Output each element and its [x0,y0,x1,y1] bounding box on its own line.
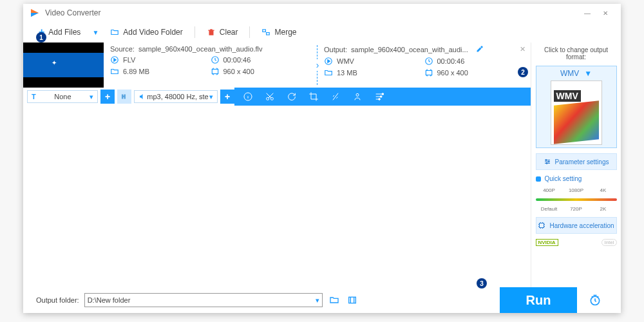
out-resolution: 960 x 400 [437,69,468,77]
svg-point-17 [379,99,381,100]
adjust-icon[interactable] [374,91,385,102]
clip-tool-strip: T None ▾ + H mp3, 48000 Hz, ste ▾ + [23,88,531,106]
svg-point-18 [380,96,382,98]
add-audio-button[interactable]: + [220,90,234,104]
remove-clip-button[interactable]: ✕ [520,45,526,53]
cut-icon[interactable] [264,91,276,102]
output-label: Output: [324,46,347,53]
parameter-settings-button[interactable]: Parameter settings [536,153,617,170]
clip-row: ✦ Source: sample_960x400_ocean_with_audi… [23,43,531,88]
svg-text:H: H [122,94,126,100]
output-folder-path: D:\New folder [88,296,131,304]
source-filename: sample_960x400_ocean_with_audio.flv [138,45,263,53]
callout-3: 3 [477,278,487,289]
add-files-dropdown[interactable]: ▼ [90,29,101,36]
app-logo-icon [30,8,40,18]
clear-button[interactable]: Clear [204,26,241,38]
merge-label: Merge [274,28,296,37]
output-info: ✕ Output: sample_960x400_ocean_with_audi… [317,43,531,88]
svg-point-21 [548,161,549,162]
svg-marker-1 [31,13,39,17]
info-icon[interactable] [242,91,254,102]
svg-rect-3 [267,33,270,35]
callout-2: 2 [518,67,528,77]
svg-rect-11 [426,71,431,75]
svg-rect-23 [540,223,544,228]
right-sidebar: Click to change output format: WMV ▼ WMV… [531,43,621,287]
window-minimize[interactable]: — [578,6,596,19]
svg-rect-2 [263,30,266,32]
subtitle-select[interactable]: T None ▾ [27,90,98,103]
chevron-down-icon: ▼ [584,69,592,78]
window-close[interactable]: ✕ [596,6,614,19]
gpu-row: NVIDIA Intel [536,239,617,246]
callout-1: 1 [36,32,46,43]
param-label: Parameter settings [555,158,609,166]
hardware-accel-button[interactable]: Hardware acceleration [536,217,617,234]
svg-marker-5 [114,59,117,62]
schedule-button[interactable] [582,287,608,313]
output-folder-label: Output folder: [36,296,79,304]
source-label: Source: [110,45,135,53]
quick-setting-labels-top: 400P1080P4K [536,187,617,193]
app-title: Video Converter [45,8,101,17]
intel-badge: Intel [601,239,616,246]
svg-rect-7 [212,70,218,74]
format-heading: Click to change output format: [534,46,618,61]
add-folder-button[interactable]: Add Video Folder [108,26,185,38]
effects-icon[interactable] [330,91,341,102]
run-label: Run [526,293,551,308]
add-subtitle-button[interactable]: + [100,90,115,104]
quick-setting-slider[interactable] [536,198,617,201]
title-bar: Video Converter — ✕ [23,4,621,22]
output-filename: sample_960x400_ocean_with_audi... [351,46,468,53]
out-size: 13 MB [337,69,357,77]
src-size: 6.89 MB [123,68,149,75]
svg-point-22 [546,163,547,164]
main-toolbar: + Add Files ▼ Add Video Folder Clear Mer… [23,22,621,43]
crop-icon[interactable] [308,91,319,102]
watermark-icon[interactable] [352,91,363,102]
quick-setting-labels-bottom: Default720P2K [536,206,617,212]
svg-point-20 [545,160,547,161]
format-preview-label: WMV [554,90,581,102]
format-preview: WMV [551,80,602,145]
hw-label: Hardware acceleration [549,222,614,229]
merge-button[interactable]: Merge [259,26,299,38]
nvidia-badge: NVIDIA [536,239,558,246]
edit-output-name-icon[interactable] [476,45,484,54]
src-resolution: 960 x 400 [223,68,254,75]
format-value: WMV [560,69,579,78]
output-format-selector[interactable]: WMV ▼ WMV [536,66,617,148]
clear-label: Clear [220,28,238,37]
run-button[interactable]: Run [500,287,577,313]
bottom-bar: Output folder: D:\New folder ▾ Run [23,287,621,313]
output-folder-field[interactable]: D:\New folder ▾ [84,293,323,307]
app-window: 1 2 3 Video Converter — ✕ + Add Files ▼ … [23,4,621,313]
subtitle-extra-button[interactable]: H [117,90,131,104]
dropdown-icon: ▾ [316,296,319,305]
svg-point-19 [382,93,384,95]
svg-rect-24 [348,297,355,303]
quick-setting-title: Quick setting [536,175,617,182]
add-folder-label: Add Video Folder [123,28,183,37]
open-output-button[interactable] [346,294,359,307]
svg-point-16 [356,93,359,96]
audio-track-value: mp3, 48000 Hz, ste [147,93,208,100]
browse-folder-button[interactable] [328,294,341,307]
add-files-label: Add Files [48,28,80,37]
src-duration: 00:00:46 [223,56,251,64]
rotate-icon[interactable] [286,91,298,102]
out-duration: 00:00:46 [437,57,465,65]
src-format: FLV [123,56,135,64]
source-info: Source: sample_960x400_ocean_with_audio.… [104,43,317,88]
clip-thumbnail[interactable]: ✦ [23,43,104,88]
svg-marker-9 [328,60,330,63]
subtitle-value: None [54,93,71,100]
out-format: WMV [337,57,354,65]
audio-track-select[interactable]: mp3, 48000 Hz, ste ▾ [134,90,218,103]
